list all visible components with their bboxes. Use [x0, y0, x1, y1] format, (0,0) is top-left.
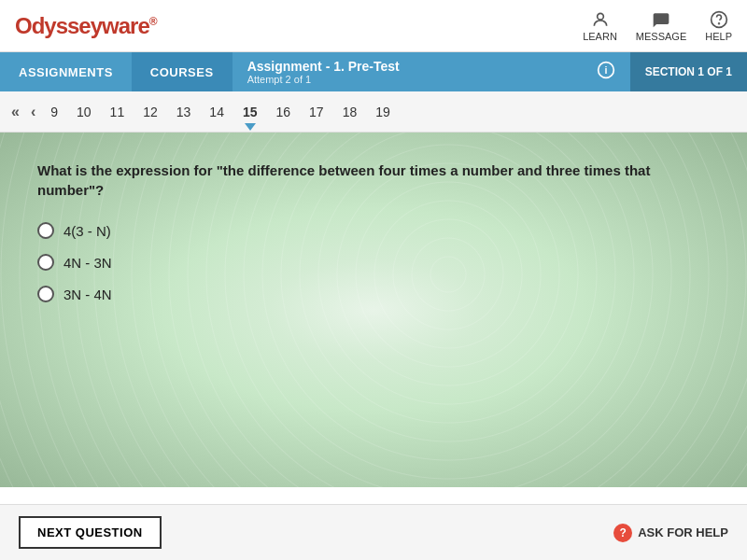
radio-button-b[interactable]	[37, 254, 54, 271]
question-num-9[interactable]: 9	[43, 101, 65, 123]
option-label-b: 4N - 3N	[63, 255, 112, 271]
question-navigator: « ‹ 9 10 11 12 13 14 15 16 17 18 19	[0, 91, 747, 133]
top-nav-icons: LEARN MESSAGE HELP	[583, 10, 732, 42]
question-num-13[interactable]: 13	[169, 101, 199, 123]
answer-option-c[interactable]: 3N - 4N	[37, 286, 710, 302]
assignment-detail-text: - 1. Pre-Test	[326, 59, 400, 74]
courses-tab[interactable]: COURSES	[132, 52, 233, 91]
info-icon-button[interactable]: i	[582, 61, 630, 84]
answer-option-a[interactable]: 4(3 - N)	[37, 222, 710, 239]
option-label-a: 4(3 - N)	[63, 223, 111, 239]
info-icon: i	[597, 61, 615, 79]
question-num-10[interactable]: 10	[69, 101, 99, 123]
svg-point-0	[597, 13, 603, 20]
message-icon	[652, 10, 670, 29]
brand-logo: Odysseyware®	[15, 13, 157, 39]
ask-help-label: ASK FOR HELP	[638, 525, 728, 539]
option-label-c: 3N - 4N	[63, 287, 112, 302]
question-num-14[interactable]: 14	[202, 101, 232, 123]
answer-option-b[interactable]: 4N - 3N	[37, 254, 710, 271]
second-navigation: ASSIGNMENTS COURSES Assignment - 1. Pre-…	[0, 52, 747, 91]
help-nav-item[interactable]: HELP	[705, 10, 732, 42]
question-num-16[interactable]: 16	[269, 101, 299, 123]
help-icon	[710, 10, 728, 29]
assignment-info: Assignment - 1. Pre-Test Attempt 2 of 1	[233, 59, 582, 85]
question-num-19[interactable]: 19	[368, 101, 398, 123]
svg-text:i: i	[604, 64, 607, 76]
assignments-tab-label: ASSIGNMENTS	[19, 65, 113, 79]
question-num-15[interactable]: 15	[235, 101, 265, 123]
attempt-label: Attempt 2 of 1	[247, 74, 567, 85]
prev-arrow[interactable]: ‹	[27, 102, 39, 122]
message-nav-item[interactable]: MESSAGE	[636, 10, 686, 42]
question-num-12[interactable]: 12	[135, 101, 165, 123]
message-label: MESSAGE	[636, 31, 686, 42]
registered-mark: ®	[149, 15, 157, 28]
question-text: What is the expression for "the differen…	[37, 161, 710, 200]
main-content: What is the expression for "the differen…	[0, 133, 747, 487]
courses-tab-label: COURSES	[150, 65, 214, 79]
svg-point-2	[718, 22, 719, 23]
learn-nav-item[interactable]: LEARN	[583, 10, 617, 42]
question-num-11[interactable]: 11	[103, 101, 133, 123]
question-num-17[interactable]: 17	[302, 101, 331, 123]
assignments-tab[interactable]: ASSIGNMENTS	[0, 52, 132, 91]
radio-button-a[interactable]	[37, 222, 54, 239]
learn-icon	[591, 10, 610, 29]
top-navigation: Odysseyware® LEARN MESSAGE HELP	[0, 0, 747, 52]
next-question-button[interactable]: NEXT QUESTION	[19, 516, 162, 549]
answer-options: 4(3 - N) 4N - 3N 3N - 4N	[37, 222, 710, 302]
ask-for-help-button[interactable]: ? ASK FOR HELP	[613, 524, 728, 542]
learn-label: LEARN	[583, 31, 617, 42]
question-num-18[interactable]: 18	[335, 101, 365, 123]
assignment-title-text: Assignment	[247, 59, 322, 74]
assignment-title: Assignment - 1. Pre-Test	[247, 59, 567, 74]
section-label: SECTION 1 OF 1	[630, 52, 747, 91]
brand-name: Odysseyware	[15, 13, 149, 38]
first-page-arrow[interactable]: «	[7, 102, 23, 122]
ask-help-icon: ?	[613, 524, 632, 542]
footer: NEXT QUESTION ? ASK FOR HELP	[0, 504, 747, 560]
help-label: HELP	[705, 31, 732, 42]
radio-button-c[interactable]	[37, 286, 54, 302]
